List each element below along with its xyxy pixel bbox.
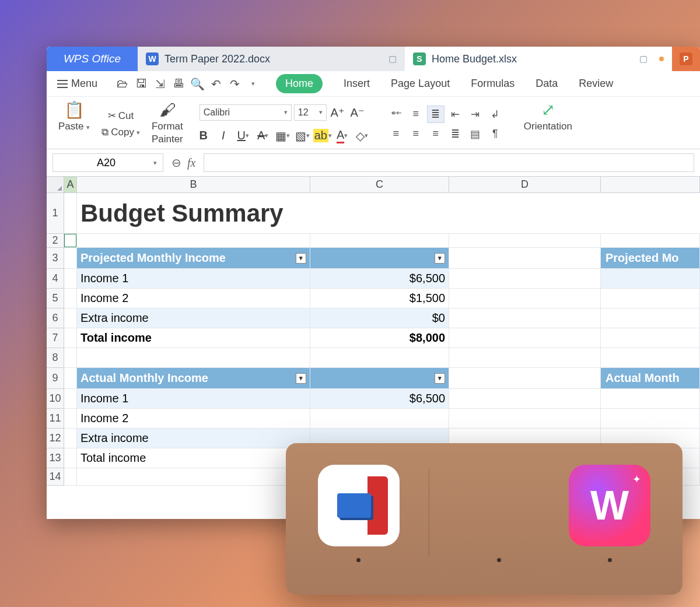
cell[interactable] [64,308,77,328]
cell[interactable] [449,269,601,289]
align-left-icon[interactable]: ≡ [387,125,405,143]
align-top-icon[interactable]: ⬴ [387,106,405,123]
cell[interactable] [64,348,77,368]
cell[interactable] [601,308,700,328]
cell[interactable]: $6,500 [310,269,449,289]
highlight-button[interactable]: ab▾ [314,127,331,145]
underline-button[interactable]: U▾ [235,127,252,145]
decrease-font-icon[interactable]: A⁻ [349,104,366,121]
cell[interactable] [77,234,310,248]
cell[interactable]: $1,500 [310,289,449,308]
cell[interactable] [601,269,700,289]
cell[interactable]: $6,500 [310,389,449,409]
cell[interactable]: Income 1 [77,389,310,409]
cell[interactable]: Income 1 [77,269,310,289]
bold-button[interactable]: B [195,127,212,145]
cell[interactable]: Income 2 [77,409,310,429]
section-header-right[interactable]: Projected Mo [601,248,700,269]
increase-indent-icon[interactable]: ⇥ [467,106,484,123]
cell[interactable] [64,448,77,468]
col-header-rest[interactable] [601,177,700,193]
align-bottom-icon[interactable]: ≣ [427,106,444,123]
cell[interactable] [64,468,77,486]
italic-button[interactable]: I [215,127,232,145]
align-center-icon[interactable]: ≡ [407,125,425,143]
cell[interactable] [601,328,700,348]
tab-document-word[interactable]: W Term Paper 2022.docx ▢ [138,47,405,71]
borders-button[interactable]: ▦▾ [274,127,292,145]
select-all-corner[interactable] [47,177,64,193]
dock-item-wps[interactable]: W✦ [569,465,650,562]
col-header-D[interactable]: D [449,177,601,193]
cell[interactable] [310,348,449,368]
cell[interactable] [449,409,601,429]
fill-color-button[interactable]: ▧▾ [294,127,312,145]
row-header[interactable]: 13 [47,448,64,468]
row-header[interactable]: 1 [47,193,64,234]
cell[interactable] [310,234,449,248]
section-header-right[interactable]: Actual Month [601,368,700,389]
cell[interactable] [449,348,601,368]
paste-button[interactable]: 📋 Paste ▾ [55,100,93,132]
cell[interactable]: Extra income [77,308,310,328]
open-icon[interactable]: 🗁 [115,76,130,92]
cell[interactable] [64,368,77,389]
col-header-A[interactable]: A [64,177,77,193]
cell[interactable]: Total income [77,448,310,468]
copy-button[interactable]: ⧉Copy ▾ [102,127,140,138]
row-header[interactable]: 5 [47,289,64,308]
cell[interactable] [64,248,77,269]
cell[interactable] [449,289,601,308]
cell[interactable] [64,269,77,289]
justify-icon[interactable]: ≣ [447,125,464,143]
cell[interactable] [449,248,601,269]
cell[interactable] [449,308,601,328]
cancel-formula-icon[interactable]: ⊖ [172,156,181,170]
ribbon-tab-formulas[interactable]: Formulas [471,78,514,90]
rtl-icon[interactable]: ¶ [487,125,504,143]
ribbon-tab-insert[interactable]: Insert [344,78,370,90]
wrap-text-icon[interactable]: ↲ [487,106,504,123]
cell[interactable]: Total income [77,328,310,348]
title-cell[interactable]: Budget Summary [77,193,700,234]
align-middle-icon[interactable]: ≡ [407,106,425,123]
undo-icon[interactable]: ↶ [208,76,223,92]
fx-icon[interactable]: fx [187,156,195,170]
formula-input[interactable] [204,153,694,172]
cell[interactable] [310,409,449,429]
tab-document-sheet[interactable]: S Home Budget.xlsx ▢ [405,47,672,71]
row-header[interactable]: 14 [47,468,64,486]
cell[interactable] [77,468,310,486]
row-header[interactable]: 11 [47,409,64,429]
cut-button[interactable]: ✂Cut [108,110,134,122]
cell[interactable] [601,389,700,409]
cell[interactable] [64,389,77,409]
ribbon-tab-data[interactable]: Data [536,78,558,90]
ribbon-tab-review[interactable]: Review [579,78,613,90]
cell[interactable] [601,289,700,308]
row-header[interactable]: 9 [47,368,64,389]
cell[interactable] [601,348,700,368]
merge-cells-icon[interactable]: ▤ [467,125,484,143]
format-painter-button[interactable]: 🖌 Format Painter [148,100,187,145]
wps-home-tab[interactable]: WPS Office [47,47,138,71]
window-mode-icon[interactable]: ▢ [388,54,397,64]
font-size-combo[interactable]: 12▾ [294,104,327,121]
chevron-down-icon[interactable]: ▾ [153,159,157,167]
cell[interactable] [449,389,601,409]
cell[interactable] [64,409,77,429]
name-box[interactable]: A20 ▾ [52,153,163,172]
cell[interactable]: $8,000 [310,328,449,348]
cell[interactable]: $0 [310,308,449,328]
cell[interactable] [64,289,77,308]
cell[interactable]: Extra income [77,429,310,448]
row-header[interactable]: 12 [47,429,64,448]
filter-dropdown-icon[interactable]: ▾ [435,373,445,384]
filter-dropdown-icon[interactable]: ▾ [296,373,306,384]
print-preview-icon[interactable]: 🔍 [190,76,205,92]
menu-button[interactable]: Menu [52,75,102,92]
strikethrough-button[interactable]: A▾ [254,127,272,145]
cell[interactable] [449,328,601,348]
window-mode-icon[interactable]: ▢ [639,54,648,64]
cell[interactable] [77,348,310,368]
